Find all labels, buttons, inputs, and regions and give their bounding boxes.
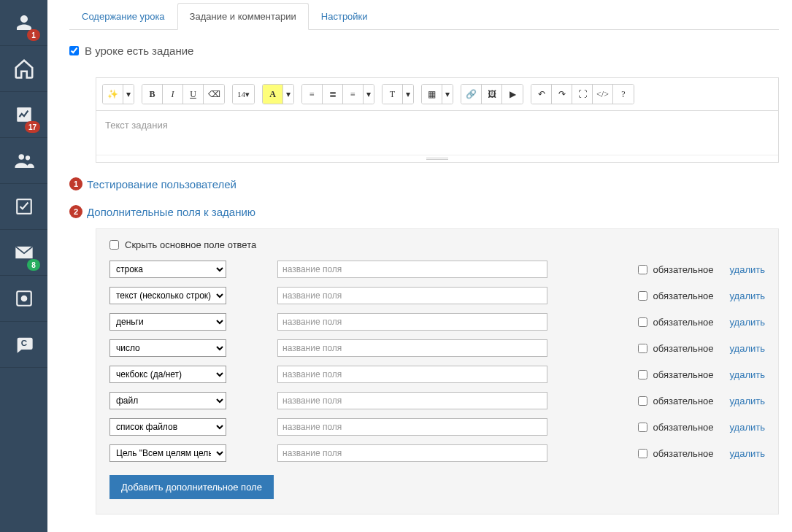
required-checkbox[interactable] <box>638 396 647 406</box>
field-type-select[interactable]: строка <box>109 261 226 278</box>
field-row: деньгиобязательноеудалить <box>109 313 765 331</box>
field-row: числообязательноеудалить <box>109 339 765 357</box>
align-dropdown[interactable]: ▾ <box>364 85 374 104</box>
italic-button[interactable]: I <box>163 85 183 104</box>
hide-main-checkbox[interactable] <box>109 240 119 250</box>
field-name-input[interactable] <box>277 339 547 357</box>
magic-dropdown[interactable]: ▾ <box>123 85 134 104</box>
svg-point-2 <box>25 155 29 160</box>
delete-link[interactable]: удалить <box>730 290 765 301</box>
home-icon <box>13 58 35 80</box>
field-name-input[interactable] <box>277 313 547 331</box>
sidebar-item-checkbox[interactable] <box>0 184 47 230</box>
undo-button[interactable]: ↶ <box>531 85 552 104</box>
sidebar-item-chart[interactable]: 17 <box>0 92 47 138</box>
tab-settings[interactable]: Настройки <box>309 3 380 30</box>
required-checkbox[interactable] <box>638 344 647 353</box>
sidebar-item-chat[interactable]: C <box>0 322 47 368</box>
delete-link[interactable]: удалить <box>730 317 765 328</box>
ol-button[interactable]: ≣ <box>323 85 343 104</box>
font-color-dropdown[interactable]: ▾ <box>283 85 293 104</box>
add-field-button[interactable]: Добавить дополнительное поле <box>109 475 274 499</box>
field-name-input[interactable] <box>277 392 547 409</box>
extra-fields-link[interactable]: Дополнительные поля к заданию <box>87 206 255 218</box>
erase-button[interactable]: ⌫ <box>204 85 224 104</box>
chart-badge: 17 <box>25 121 40 133</box>
field-type-select[interactable]: чекбокс (да/нет) <box>109 366 226 383</box>
field-type-select[interactable]: деньги <box>109 313 226 331</box>
field-type-select[interactable]: Цель "Всем целям цель" <box>109 444 226 462</box>
code-button[interactable]: </> <box>593 85 613 104</box>
svg-text:C: C <box>20 338 27 347</box>
required-checkbox[interactable] <box>638 265 647 274</box>
field-type-select[interactable]: число <box>109 339 226 357</box>
delete-link[interactable]: удалить <box>730 422 765 433</box>
sidebar-item-profile[interactable]: 1 <box>0 0 47 46</box>
delete-link[interactable]: удалить <box>730 343 765 354</box>
field-row: Цель "Всем целям цель"обязательноеудалит… <box>109 444 765 462</box>
delete-link[interactable]: удалить <box>730 396 765 406</box>
required-checkbox[interactable] <box>638 449 647 458</box>
check-square-icon <box>15 197 34 216</box>
editor-resize-handle[interactable] <box>96 155 778 162</box>
sidebar-item-users[interactable] <box>0 138 47 184</box>
required-checkbox[interactable] <box>638 370 647 379</box>
field-type-select[interactable]: файл <box>109 392 226 409</box>
font-color-button[interactable]: A <box>263 85 283 104</box>
editor-textarea[interactable]: Текст задания <box>96 111 778 155</box>
field-name-input[interactable] <box>277 261 547 278</box>
required-checkbox[interactable] <box>638 291 647 301</box>
field-type-select[interactable]: список файлов <box>109 418 226 436</box>
paragraph-button[interactable]: T <box>382 85 403 104</box>
fontsize-button[interactable]: 14▾ <box>233 85 254 104</box>
required-cell: обязательное <box>638 369 714 380</box>
required-label: обязательное <box>653 448 714 459</box>
required-checkbox[interactable] <box>638 423 647 432</box>
ul-button[interactable]: ≡ <box>302 85 323 104</box>
field-row: файлобязательноеудалить <box>109 392 765 409</box>
field-name-input[interactable] <box>277 418 547 436</box>
underline-button[interactable]: U <box>183 85 204 104</box>
image-button[interactable]: 🖼 <box>482 85 502 104</box>
help-button[interactable]: ? <box>613 85 634 104</box>
paragraph-dropdown[interactable]: ▾ <box>403 85 413 104</box>
field-name-input[interactable] <box>277 287 547 304</box>
hide-main-label: Скрыть основное поле ответа <box>125 239 256 250</box>
required-cell: обязательное <box>638 290 714 301</box>
fullscreen-button[interactable]: ⛶ <box>572 85 593 104</box>
delete-link[interactable]: удалить <box>730 264 765 275</box>
required-label: обязательное <box>653 264 714 275</box>
field-row: чекбокс (да/нет)обязательноеудалить <box>109 366 765 383</box>
align-button[interactable]: ≡ <box>343 85 364 104</box>
lesson-has-task-checkbox[interactable] <box>69 46 79 55</box>
required-label: обязательное <box>653 369 714 380</box>
bold-button[interactable]: B <box>142 85 163 104</box>
delete-link[interactable]: удалить <box>730 369 765 380</box>
table-dropdown[interactable]: ▾ <box>442 85 453 104</box>
video-button[interactable]: ▶ <box>502 85 523 104</box>
settings-square-icon <box>15 289 34 308</box>
field-name-input[interactable] <box>277 366 547 383</box>
required-cell: обязательное <box>638 343 714 354</box>
required-cell: обязательное <box>638 448 714 459</box>
badge-1: 1 <box>69 177 82 190</box>
lesson-has-task-label: В уроке есть задание <box>85 45 193 57</box>
tab-task-comments[interactable]: Задание и комментарии <box>177 3 309 30</box>
link-button[interactable]: 🔗 <box>461 85 482 104</box>
magic-icon[interactable]: ✨ <box>103 85 123 104</box>
required-cell: обязательное <box>638 422 714 433</box>
field-type-select[interactable]: текст (несколько строк) <box>109 287 226 304</box>
sidebar-item-settings[interactable] <box>0 276 47 322</box>
delete-link[interactable]: удалить <box>730 448 765 459</box>
sidebar-item-home[interactable] <box>0 46 47 92</box>
required-label: обязательное <box>653 422 714 433</box>
redo-button[interactable]: ↷ <box>552 85 572 104</box>
tab-content[interactable]: Содержание урока <box>69 3 177 30</box>
required-checkbox[interactable] <box>638 317 647 327</box>
field-name-input[interactable] <box>277 444 547 462</box>
table-button[interactable]: ▦ <box>422 85 442 104</box>
section-extra-fields: 2 Дополнительные поля к заданию <box>69 205 779 218</box>
editor: ✨▾ B I U ⌫ 14▾ A▾ ≡ ≣ ≡▾ T▾ ▦▾ 🔗 <box>96 77 779 163</box>
testing-link[interactable]: Тестирование пользователей <box>87 178 237 190</box>
sidebar-item-mail[interactable]: 8 <box>0 230 47 276</box>
